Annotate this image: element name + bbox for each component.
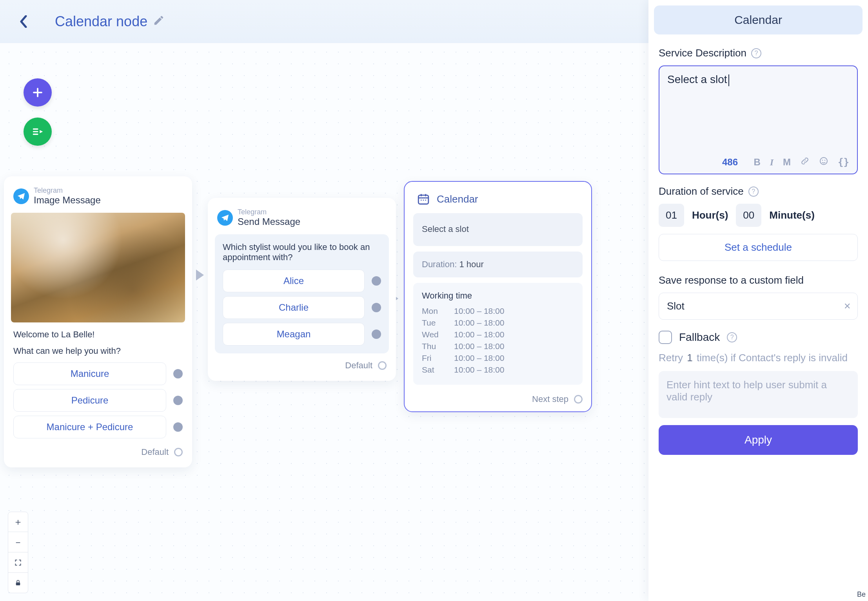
option-button[interactable]: Pedicure [13,389,166,412]
welcome-text: Welcome to La Belle! [13,329,183,340]
duration-label: Duration of service ? [659,185,858,197]
calendar-duration: Duration: 1 hour [413,252,583,277]
set-schedule-button[interactable]: Set a schedule [659,234,858,261]
help-icon[interactable]: ? [751,48,761,58]
svg-rect-4 [16,582,20,585]
fallback-checkbox[interactable] [659,331,672,344]
output-port[interactable] [372,303,381,312]
connector-arrow-icon [196,270,204,281]
bold-icon[interactable]: B [754,157,760,168]
telegram-icon [217,210,233,226]
node-image-message[interactable]: Telegram Image Message Welcome to La Bel… [4,176,192,467]
zoom-in-button[interactable]: ＋ [8,512,28,532]
telegram-icon [13,188,29,204]
help-icon[interactable]: ? [748,186,759,197]
output-port[interactable] [372,329,381,339]
variable-icon[interactable]: {} [838,157,849,168]
output-port[interactable] [173,422,183,432]
option-button[interactable]: Alice [223,270,365,292]
question-text: Which stylist would you like to book an … [223,242,381,262]
rich-toolbar: 486 B I M {} [659,152,857,174]
mono-icon[interactable]: M [783,157,791,168]
page-title: Calendar node [55,13,165,30]
properties-panel: Calendar Service Description ? Select a … [648,0,868,601]
question-text: What can we help you with? [13,346,183,356]
output-port[interactable] [173,396,183,405]
default-output: Default [11,440,185,460]
edit-icon[interactable] [153,13,165,30]
char-count: 486 [722,157,738,168]
node-type-label: Image Message [34,195,101,206]
calendar-prompt: Select a slot [413,213,583,246]
output-port[interactable] [174,448,183,456]
default-output: Default [215,353,389,374]
option-button[interactable]: Manicure [13,362,166,385]
svg-point-6 [822,160,823,161]
node-channel-label: Telegram [34,186,101,195]
output-port[interactable] [173,369,183,378]
svg-point-5 [820,157,827,165]
option-button[interactable]: Meagan [223,323,365,346]
calendar-schedule: Working time Mon10:00 – 18:00 Tue10:00 –… [413,283,583,385]
link-icon[interactable] [800,156,810,168]
fallback-label: Fallback [679,331,720,344]
service-description-label: Service Description ? [659,47,858,59]
minutes-input[interactable]: 00 [736,204,761,227]
svg-point-2 [423,199,424,201]
beta-badge: Be [855,590,868,599]
emoji-icon[interactable] [819,156,828,168]
hint-text-input[interactable]: Enter hint text to help user submit a va… [659,371,858,418]
add-node-button[interactable] [24,78,52,107]
svg-point-1 [421,199,422,201]
help-icon[interactable]: ? [727,332,737,342]
zoom-controls: ＋ － [8,512,28,593]
calendar-icon [415,190,432,208]
fit-button[interactable] [8,552,28,573]
lock-button[interactable] [8,573,28,593]
panel-tab-calendar[interactable]: Calendar [654,5,863,34]
node-send-message[interactable]: Telegram Send Message Which stylist woul… [208,198,396,381]
minutes-label: Minute(s) [769,209,815,221]
apply-button[interactable]: Apply [659,425,858,455]
connector-lines [0,43,118,102]
back-button[interactable] [16,14,31,29]
svg-point-3 [425,199,426,201]
node-image-preview [11,213,185,322]
italic-icon[interactable]: I [770,157,774,168]
zoom-out-button[interactable]: － [8,532,28,552]
service-description-editor[interactable]: Select a slot 486 B I M {} [659,65,858,174]
save-response-label: Save response to a custom field [659,274,858,286]
output-port[interactable] [372,276,381,286]
hours-input[interactable]: 01 [659,204,684,227]
flow-canvas[interactable]: Telegram Image Message Welcome to La Bel… [0,43,648,601]
svg-point-7 [824,160,825,161]
node-channel-label: Telegram [238,208,300,216]
output-port[interactable] [378,361,387,370]
node-type-label: Calendar [437,193,478,205]
next-step-output: Next step [405,390,591,411]
option-button[interactable]: Manicure + Pedicure [13,416,166,438]
node-calendar[interactable]: Calendar Select a slot Duration: 1 hour … [404,181,592,412]
hours-label: Hour(s) [692,209,728,221]
retry-text: Retry 1 time(s) if Contact's reply is in… [659,352,858,364]
clear-icon[interactable]: ✕ [844,301,851,311]
output-port[interactable] [574,395,583,404]
custom-field-input[interactable] [659,293,858,320]
run-button[interactable] [24,118,52,146]
node-type-label: Send Message [238,216,300,227]
option-button[interactable]: Charlie [223,296,365,319]
